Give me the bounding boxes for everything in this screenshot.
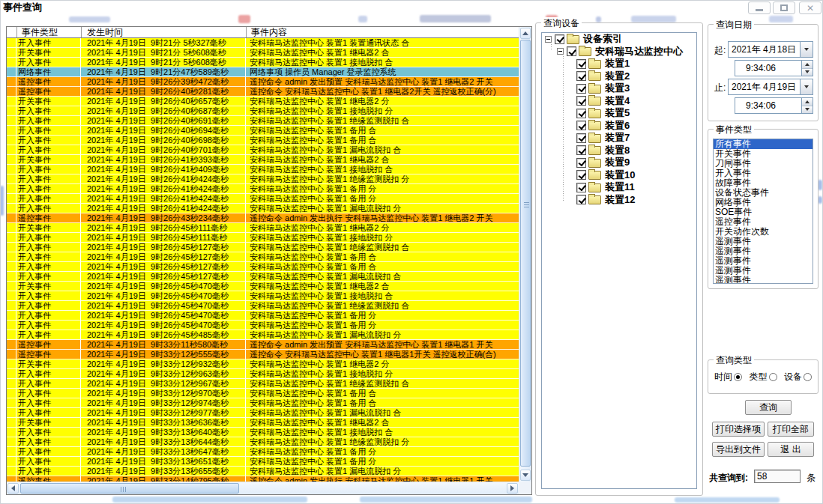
table-row[interactable]: 开入事件2021年 4月19日 9时26分41秒424毫秒安科瑞马达监控中心 装… (7, 184, 519, 194)
table-row[interactable]: 遥控事件2021年 4月19日 9时33分11秒580毫秒遥控命令 admin … (7, 340, 519, 350)
tree-node-label[interactable]: 安科瑞马达监控中心 (595, 45, 683, 58)
list-item-event-type[interactable]: 遥测事件 (714, 237, 813, 246)
checked-checkbox[interactable] (576, 158, 586, 168)
exit-button[interactable]: 退 出 (768, 442, 814, 457)
print-all-button[interactable]: 打印全部 (768, 422, 814, 437)
radio-option-selected[interactable]: 时间 (714, 371, 742, 383)
list-item-event-type[interactable]: 故障事件 (714, 178, 813, 188)
list-item-event-type[interactable]: 遥测事件 (714, 266, 813, 276)
table-row[interactable]: 开入事件2021年 4月19日 9时26分45秒127毫秒安科瑞马达监控中心 装… (7, 272, 519, 282)
table-row[interactable]: 开入事件2021年 4月19日 9时26分45秒127毫秒安科瑞马达监控中心 装… (7, 252, 519, 262)
column-header-blank[interactable] (7, 27, 17, 37)
tree-node-label[interactable]: 装置6 (605, 119, 630, 133)
table-row[interactable]: 遥控事件2021年 4月19日 9时26分43秒234毫秒遥控命令 admin … (7, 213, 519, 223)
to-date-combobox[interactable]: 2021年 4月19日 (728, 79, 813, 95)
list-item-event-type[interactable]: 设备状态事件 (714, 188, 813, 198)
tree-node-label[interactable]: 装置4 (605, 94, 630, 108)
tree-node-device[interactable]: 装置2 (542, 70, 696, 83)
spin-up-button[interactable] (802, 61, 813, 69)
list-item-event-type[interactable]: SOE事件 (714, 207, 813, 217)
table-row[interactable]: 开入事件2021年 4月19日 9时26分40秒698毫秒安科瑞马达监控中心 装… (7, 136, 519, 145)
table-row[interactable]: 开入事件2021年 4月19日 9时26分45秒470毫秒安科瑞马达监控中心 装… (7, 311, 519, 321)
table-row[interactable]: 开关事件2021年 4月19日 9时33分12秒932毫秒安科瑞马达监控中心 装… (7, 359, 519, 369)
table-row[interactable]: 开入事件2021年 4月19日 9时26分41秒424毫秒安科瑞马达监控中心 装… (7, 174, 519, 184)
tree-node-monitor-center[interactable]: 安科瑞马达监控中心 (542, 46, 696, 58)
collapse-minus-icon[interactable] (557, 48, 564, 55)
checked-checkbox[interactable] (576, 183, 586, 192)
list-item-event-type[interactable]: 所有事件 (714, 139, 813, 149)
spin-down-button[interactable] (802, 69, 813, 76)
table-row[interactable]: 开入事件2021年 4月19日 9时26分40秒687毫秒安科瑞马达监控中心 装… (7, 106, 519, 116)
minimize-button[interactable] (748, 1, 771, 14)
table-row[interactable]: 开入事件2021年 4月19日 9时26分40秒694毫秒安科瑞马达监控中心 装… (7, 126, 519, 136)
table-row[interactable]: 开入事件2021年 4月19日 9时26分45秒470毫秒安科瑞马达监控中心 装… (7, 291, 519, 301)
from-date-dropdown-button[interactable] (800, 42, 813, 57)
table-row[interactable]: 遥控事件2021年 4月19日 9时26分39秒472毫秒遥控命令 admin … (7, 77, 519, 87)
checked-checkbox[interactable] (576, 195, 586, 204)
from-date-combobox[interactable]: 2021年 4月18日 (728, 41, 813, 58)
table-row[interactable]: 开关事件2021年 4月19日 9时33分13秒636毫秒安科瑞马达监控中心 装… (7, 418, 519, 428)
scroll-right-button[interactable] (507, 483, 518, 494)
table-row[interactable]: 开入事件2021年 4月19日 9时33分13秒655毫秒安科瑞马达监控中心 装… (7, 467, 519, 476)
tree-node-device[interactable]: 装置3 (542, 82, 696, 95)
table-row[interactable]: 开关事件2021年 4月19日 9时26分40秒657毫秒安科瑞马达监控中心 装… (7, 97, 519, 106)
list-item-event-type[interactable]: 网络事件 (714, 198, 813, 207)
checked-checkbox[interactable] (576, 170, 586, 180)
maximize-button[interactable] (773, 1, 795, 14)
table-row[interactable]: 遥控事件2021年 4月19日 9时33分14秒795毫秒遥控命令 admin … (7, 476, 519, 482)
tree-node-label[interactable]: 装置2 (605, 70, 630, 83)
table-row[interactable]: 开入事件2021年 4月19日 9时26分45秒127毫秒安科瑞马达监控中心 装… (7, 262, 519, 272)
to-date-dropdown-button[interactable] (800, 79, 813, 94)
list-item-event-type[interactable]: 遥测事件 (714, 276, 813, 284)
column-header-content[interactable]: 事件内容 (247, 27, 531, 37)
table-row[interactable]: 开入事件2021年 4月19日 9时26分41秒424毫秒安科瑞马达监控中心 装… (7, 194, 519, 204)
tree-node-device[interactable]: 装置6 (542, 120, 696, 133)
query-button[interactable]: 查询 (745, 400, 792, 415)
table-row[interactable]: 开入事件2021年 4月19日 9时33分12秒963毫秒安科瑞马达监控中心 装… (7, 369, 519, 379)
tree-node-label[interactable]: 装置1 (605, 57, 630, 70)
collapse-minus-icon[interactable] (545, 36, 552, 43)
tree-node-device-index[interactable]: 设备索引 (542, 33, 696, 46)
list-item-event-type[interactable]: 开关动作次数 (714, 227, 813, 237)
scroll-down-button[interactable] (520, 470, 531, 481)
table-row[interactable]: 开入事件2021年 4月19日 9时33分13秒644毫秒安科瑞马达监控中心 装… (7, 437, 519, 447)
tree-node-label[interactable]: 装置11 (605, 180, 635, 194)
close-button[interactable]: ✕ (799, 1, 822, 14)
checked-checkbox[interactable] (576, 59, 586, 69)
table-row[interactable]: 遥控事件2021年 4月19日 9时33分12秒555毫秒遥控命令 安科瑞马达监… (7, 350, 519, 359)
table-row[interactable]: 开入事件2021年 4月19日 9时26分41秒409毫秒安科瑞马达监控中心 装… (7, 165, 519, 174)
spin-down-button[interactable] (802, 106, 813, 114)
checked-checkbox[interactable] (567, 46, 576, 56)
list-item-event-type[interactable]: 开入事件 (714, 168, 813, 178)
table-row[interactable]: 开入事件2021年 4月19日 9时26分45秒127毫秒安科瑞马达监控中心 装… (7, 243, 519, 252)
table-row[interactable]: 开入事件2021年 4月19日 9时26分45秒485毫秒安科瑞马达监控中心 装… (7, 330, 519, 340)
export-to-file-button[interactable]: 导出到文件 (712, 442, 765, 457)
tree-node-device[interactable]: 装置9 (542, 157, 696, 169)
tree-node-label[interactable]: 装置7 (605, 131, 630, 145)
table-row[interactable]: 开入事件2021年 4月19日 9时26分45秒111毫秒安科瑞马达监控中心 装… (7, 233, 519, 243)
table-row[interactable]: 开关事件2021年 4月19日 9时21分 5秒608毫秒安科瑞马达监控中心 装… (7, 48, 519, 58)
table-row[interactable]: 开关事件2021年 4月19日 9时26分45秒111毫秒安科瑞马达监控中心 装… (7, 223, 519, 233)
table-row[interactable]: 开入事件2021年 4月19日 9时33分13秒647毫秒安科瑞马达监控中心 装… (7, 447, 519, 457)
radio-option-unselected[interactable]: 设备 (784, 371, 812, 383)
tree-node-device[interactable]: 装置11 (542, 181, 696, 194)
column-header-time[interactable]: 发生时间 (82, 27, 247, 37)
table-row[interactable]: 开入事件2021年 4月19日 9时33分12秒967毫秒安科瑞马达监控中心 装… (7, 379, 519, 389)
tree-node-label[interactable]: 设备索引 (583, 32, 622, 46)
list-item-event-type[interactable]: 开关事件 (714, 149, 813, 159)
table-row[interactable]: 开入事件2021年 4月19日 9时21分 5秒608毫秒安科瑞马达监控中心 装… (7, 58, 519, 67)
table-row[interactable]: 开入事件2021年 4月19日 9时33分13秒651毫秒安科瑞马达监控中心 装… (7, 457, 519, 467)
radio-button-icon[interactable] (804, 373, 812, 381)
table-row[interactable]: 开入事件2021年 4月19日 9时26分40秒701毫秒安科瑞马达监控中心 装… (7, 145, 519, 155)
table-row[interactable]: 开入事件2021年 4月19日 9时26分45秒470毫秒安科瑞马达监控中心 装… (7, 301, 519, 311)
from-time-spinner[interactable]: 9:34:06 (735, 60, 813, 76)
checked-checkbox[interactable] (576, 133, 586, 143)
table-row[interactable]: 开关事件2021年 4月19日 9时26分45秒470毫秒安科瑞马达监控中心 装… (7, 282, 519, 291)
scroll-up-button[interactable] (520, 28, 531, 39)
checked-checkbox[interactable] (576, 84, 586, 94)
vertical-scroll-thumb[interactable] (520, 40, 531, 467)
table-row[interactable]: 网络事件2021年 4月19日 9时21分47秒589毫秒网络事项 操作员 Ma… (7, 67, 519, 77)
tree-node-label[interactable]: 装置10 (605, 168, 635, 182)
tree-node-label[interactable]: 装置9 (605, 156, 630, 169)
table-row[interactable]: 开入事件2021年 4月19日 9时33分13秒640毫秒安科瑞马达监控中心 装… (7, 428, 519, 437)
